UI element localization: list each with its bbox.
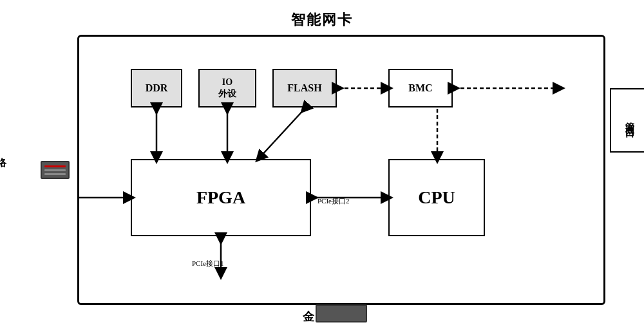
ddr-box: DDR bbox=[131, 69, 182, 107]
management-port-label: 管理网口 bbox=[610, 88, 644, 153]
left-interface-label: 高速网络 接口 bbox=[0, 156, 6, 183]
io-box: IO外设 bbox=[198, 69, 256, 107]
network-port-icon bbox=[41, 161, 70, 179]
pcie1-label: PCIe接口1 bbox=[192, 259, 224, 268]
diagram-container: 智能网卡 高速网络 接口 DDR IO外设 FLASH BMC FPGA CPU… bbox=[13, 10, 631, 326]
flash-box: FLASH bbox=[272, 69, 337, 107]
gold-finger-connector bbox=[316, 304, 367, 322]
fpga-box: FPGA bbox=[131, 159, 311, 236]
bmc-box: BMC bbox=[388, 69, 453, 107]
cpu-box: CPU bbox=[388, 159, 485, 236]
pcie2-label: PCIe接口2 bbox=[317, 196, 350, 206]
page-title: 智能网卡 bbox=[291, 10, 353, 30]
main-board: DDR IO外设 FLASH BMC FPGA CPU PCIe接口1 PCIe… bbox=[77, 35, 605, 305]
svg-line-2 bbox=[260, 109, 305, 158]
